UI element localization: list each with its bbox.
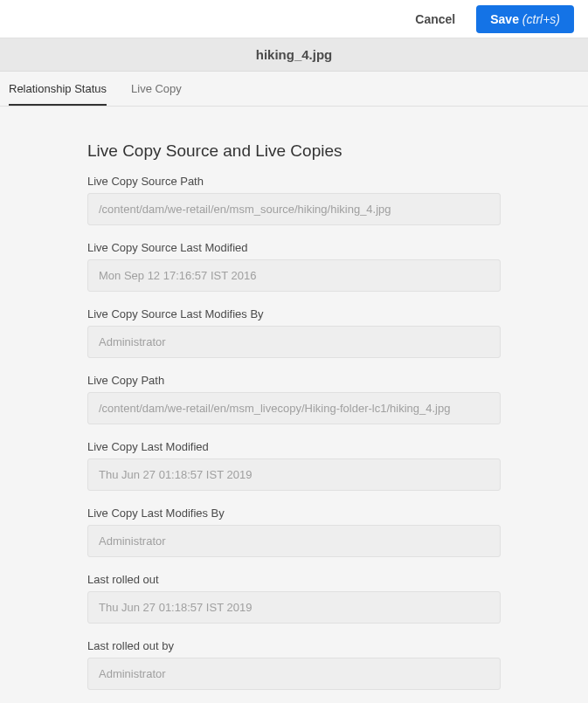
content-area: Live Copy Source and Live Copies Live Co…	[0, 107, 588, 703]
field-last-rolled-out-by: Last rolled out by	[87, 639, 501, 690]
tab-relationship-status[interactable]: Relationship Status	[9, 82, 107, 106]
label-last-rolled-out: Last rolled out	[87, 573, 501, 586]
save-shortcut: (ctrl+s)	[522, 12, 560, 26]
label-source-path: Live Copy Source Path	[87, 175, 501, 188]
input-live-copy-path[interactable]	[87, 392, 501, 424]
tab-live-copy[interactable]: Live Copy	[131, 82, 182, 106]
input-last-rolled-out-by[interactable]	[87, 658, 501, 690]
cancel-button[interactable]: Cancel	[405, 5, 466, 33]
page-title: hiking_4.jpg	[256, 47, 333, 62]
page-title-bar: hiking_4.jpg	[0, 38, 588, 72]
field-source-last-modified: Live Copy Source Last Modified	[87, 241, 501, 292]
input-last-rolled-out[interactable]	[87, 591, 501, 624]
input-source-last-modified[interactable]	[87, 259, 501, 292]
input-source-last-modified-by[interactable]	[87, 326, 501, 358]
field-live-copy-last-modified-by: Live Copy Last Modifies By	[87, 507, 501, 557]
label-live-copy-path: Live Copy Path	[87, 374, 501, 387]
label-source-last-modified-by: Live Copy Source Last Modifies By	[87, 307, 501, 320]
field-source-path: Live Copy Source Path	[87, 175, 501, 225]
input-live-copy-last-modified-by[interactable]	[87, 525, 501, 557]
toolbar: Cancel Save (ctrl+s)	[0, 0, 588, 38]
scroll-area[interactable]: Relationship Status Live Copy Live Copy …	[0, 72, 588, 703]
tab-bar: Relationship Status Live Copy	[0, 72, 588, 107]
field-live-copy-path: Live Copy Path	[87, 374, 501, 424]
input-source-path[interactable]	[87, 193, 501, 225]
field-live-copy-last-modified: Live Copy Last Modified	[87, 440, 501, 491]
save-label: Save	[490, 12, 519, 26]
section-heading-livecopy: Live Copy Source and Live Copies	[87, 141, 501, 161]
label-last-rolled-out-by: Last rolled out by	[87, 639, 501, 652]
label-live-copy-last-modified: Live Copy Last Modified	[87, 440, 501, 453]
save-button[interactable]: Save (ctrl+s)	[476, 5, 574, 33]
label-live-copy-last-modified-by: Live Copy Last Modifies By	[87, 507, 501, 520]
field-last-rolled-out: Last rolled out	[87, 573, 501, 624]
input-live-copy-last-modified[interactable]	[87, 458, 501, 491]
label-source-last-modified: Live Copy Source Last Modified	[87, 241, 501, 254]
field-source-last-modified-by: Live Copy Source Last Modifies By	[87, 307, 501, 358]
